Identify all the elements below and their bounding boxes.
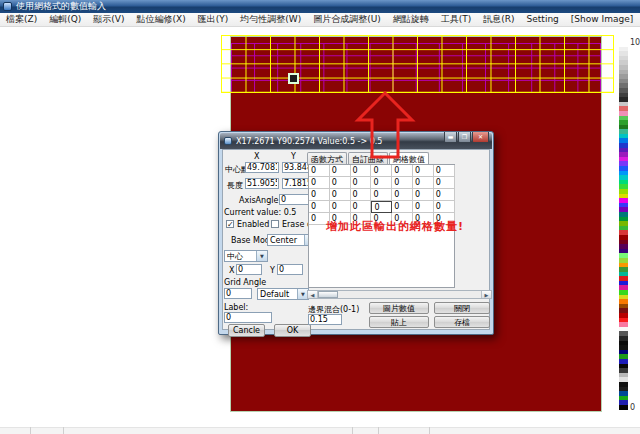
menu-item-11[interactable]: Setting — [521, 13, 565, 26]
menu-item-7[interactable]: 圖片合成調整(U) — [307, 13, 387, 26]
grid-cell[interactable]: 0 — [392, 189, 413, 201]
col-header-x: X — [254, 152, 259, 161]
y-offset-label: Y — [270, 266, 275, 275]
maximize-button[interactable]: ❐ — [458, 132, 471, 143]
menu-item-10[interactable]: 訊息(R) — [477, 13, 520, 26]
statusbar-panel — [430, 427, 640, 434]
grid-angle-field[interactable] — [224, 288, 252, 299]
grid-cell[interactable]: 0 — [309, 189, 330, 201]
close-button[interactable]: 關閉 — [434, 302, 490, 314]
scroll-left-icon[interactable]: ◀ — [308, 291, 318, 298]
table-row: 0000000 — [309, 177, 455, 189]
grid-cell[interactable]: 0 — [371, 189, 392, 201]
grid-values-tab-page: 00000000000000000000000000000000000 — [308, 164, 455, 288]
grid-value-table: 00000000000000000000000000000000000 — [309, 165, 455, 225]
grid-cell[interactable]: 0 — [413, 213, 434, 225]
grid-cell[interactable]: 0 — [413, 201, 434, 213]
y-offset-field[interactable] — [277, 264, 303, 275]
menu-item-2[interactable]: 編輯(Q) — [43, 13, 87, 26]
ok-button[interactable]: OK — [274, 324, 311, 337]
statusbar-panel — [64, 427, 353, 434]
paste-button[interactable]: 貼上 — [369, 316, 429, 328]
grid-cell[interactable]: 0 — [392, 165, 413, 177]
grid-cell[interactable]: 0 — [413, 189, 434, 201]
grid-cell[interactable]: 0 — [371, 177, 392, 189]
grid-cell[interactable]: 0 — [309, 177, 330, 189]
grid-cell[interactable]: 0 — [371, 165, 392, 177]
horizontal-scrollbar[interactable]: ◀ ▶ — [307, 290, 492, 299]
close-icon[interactable]: ✕ — [472, 132, 489, 143]
statusbar-panel — [379, 427, 430, 434]
grid-cell[interactable]: 0 — [392, 177, 413, 189]
canvas-selection-marker — [288, 73, 299, 84]
grid-value-dialog: X17.2671 Y90.2574 Value:0.5 -> 0.5 ▬ ❐ ✕… — [218, 131, 494, 335]
status-bar — [0, 426, 640, 434]
scrollbar-thumb[interactable] — [318, 291, 338, 298]
grid-cell[interactable]: 0 — [413, 177, 434, 189]
grid-cell[interactable]: 0 — [434, 201, 455, 213]
statusbar-panel — [353, 427, 379, 434]
image-values-button[interactable]: 圖片數值 — [369, 302, 429, 314]
menu-item-3[interactable]: 顯示(V) — [87, 13, 130, 26]
grid-cell[interactable]: 0 — [434, 213, 455, 225]
grid-cell[interactable]: 0 — [330, 189, 351, 201]
grid-cell[interactable]: 0 — [371, 201, 392, 213]
menu-item-6[interactable]: 均勻性調整(W) — [234, 13, 307, 26]
grid-cell[interactable]: 0 — [351, 177, 372, 189]
grid-cell[interactable]: 0 — [330, 165, 351, 177]
window-titlebar: 使用網格式的數值輸入 — [0, 0, 640, 13]
menu-item-1[interactable]: 檔案(Z) — [0, 13, 43, 26]
dialog-icon — [224, 137, 232, 145]
chevron-down-icon: ▼ — [256, 251, 267, 261]
length-label: 長度 — [227, 180, 243, 191]
grid-cell[interactable]: 0 — [351, 165, 372, 177]
grid-angle-mode-select[interactable]: Default ▼ — [257, 288, 309, 300]
grid-cell[interactable]: 0 — [351, 213, 372, 225]
grid-cell[interactable]: 0 — [413, 165, 434, 177]
scroll-right-icon[interactable]: ▶ — [481, 291, 491, 298]
grid-cell[interactable]: 0 — [309, 165, 330, 177]
edge-blend-field[interactable] — [308, 314, 342, 325]
center-x-field[interactable] — [245, 162, 279, 173]
grid-cell[interactable]: 0 — [434, 177, 455, 189]
menu-item-4[interactable]: 點位編修(X) — [131, 13, 192, 26]
grid-cell[interactable]: 0 — [309, 201, 330, 213]
enabled-label: Enabled — [237, 220, 269, 229]
label-field[interactable] — [224, 312, 272, 323]
length-x-field[interactable] — [245, 178, 279, 189]
col-header-y: Y — [291, 152, 296, 161]
anchor-select[interactable]: 中心 ▼ — [224, 250, 268, 262]
grid-cell[interactable]: 0 — [351, 201, 372, 213]
palette-min-label: 0 — [630, 403, 635, 412]
grid-cell[interactable]: 0 — [371, 213, 392, 225]
statusbar-panel — [0, 427, 31, 434]
grid-cell[interactable]: 0 — [330, 213, 351, 225]
grid-cell[interactable]: 0 — [330, 201, 351, 213]
minimize-button[interactable]: ▬ — [444, 132, 457, 143]
grid-cell[interactable]: 0 — [434, 189, 455, 201]
window-title: 使用網格式的數值輸入 — [16, 0, 106, 13]
axis-angle-label: AxisAngle — [239, 196, 278, 205]
save-button[interactable]: 存檔 — [434, 316, 490, 328]
cancel-button[interactable]: Cancle — [228, 324, 265, 337]
x-offset-field[interactable] — [236, 264, 262, 275]
grid-cell[interactable]: 0 — [309, 213, 330, 225]
enabled-checkbox[interactable]: ✓ — [226, 220, 234, 228]
grid-cell[interactable]: 0 — [392, 213, 413, 225]
table-row: 0000000 — [309, 189, 455, 201]
statusbar-panel — [31, 427, 64, 434]
menu-item-8[interactable]: 網點旋轉 — [387, 13, 435, 26]
grid-cell[interactable]: 0 — [330, 177, 351, 189]
table-row: 0000000 — [309, 213, 455, 225]
erase-dots-checkbox[interactable] — [271, 220, 279, 228]
menu-bar: 檔案(Z)編輯(Q)顯示(V)點位編修(X)匯出(Y)均勻性調整(W)圖片合成調… — [0, 13, 640, 27]
grid-cell[interactable]: 0 — [434, 165, 455, 177]
palette-color-79[interactable] — [619, 405, 628, 410]
app-icon — [3, 2, 12, 11]
menu-item-5[interactable]: 匯出(Y) — [192, 13, 235, 26]
menu-item-12[interactable]: [Show Image] — [565, 13, 639, 26]
grid-cell[interactable]: 0 — [351, 189, 372, 201]
grid-cell[interactable]: 0 — [392, 201, 413, 213]
menu-item-9[interactable]: 工具(T) — [435, 13, 478, 26]
label-label: Label: — [224, 303, 248, 312]
